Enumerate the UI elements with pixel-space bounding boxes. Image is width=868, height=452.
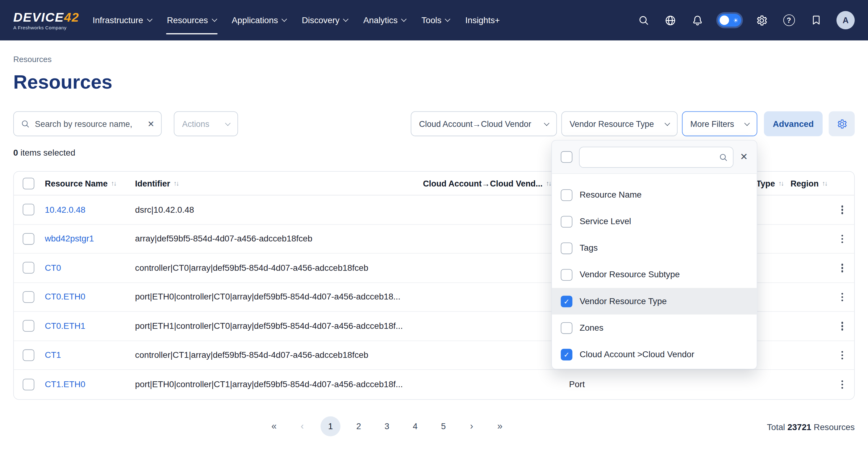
row-menu-kebab-icon[interactable]: [829, 202, 855, 217]
resource-name-link[interactable]: CT0.ETH1: [45, 321, 85, 330]
filter-option-checkbox[interactable]: ✓: [561, 296, 572, 307]
more-filters-panel-header: ✓ ✕: [552, 141, 757, 174]
column-label: Cloud Account→Cloud Vend...: [423, 178, 542, 188]
nav-item-insights[interactable]: Insights+: [458, 0, 507, 40]
row-menu-kebab-icon[interactable]: [829, 347, 855, 362]
row-menu-kebab-icon[interactable]: [829, 377, 855, 392]
resource-name-link[interactable]: CT0.ETH0: [45, 292, 85, 301]
pagination-page-2[interactable]: 2: [349, 416, 369, 436]
vendor-resource-type-filter-dropdown[interactable]: Vendor Resource Type: [561, 111, 678, 136]
nav-item-resources[interactable]: Resources: [159, 0, 224, 40]
filter-option-zones[interactable]: ✓ Zones: [552, 314, 757, 341]
filter-option-vendor-resource-type[interactable]: ✓ Vendor Resource Type: [552, 288, 757, 314]
logo-text: DEVICE42: [13, 10, 79, 24]
advanced-button[interactable]: Advanced: [764, 111, 823, 136]
table-settings-button[interactable]: [829, 111, 855, 136]
column-header-region[interactable]: Region↑↓: [786, 178, 829, 188]
row-menu-kebab-icon[interactable]: [829, 260, 855, 275]
row-checkbox[interactable]: ✓: [23, 349, 35, 361]
nav-item-discovery[interactable]: Discovery: [294, 0, 355, 40]
row-menu-kebab-icon[interactable]: [829, 231, 855, 246]
row-checkbox[interactable]: ✓: [23, 291, 35, 303]
chevron-down-icon: [544, 120, 550, 126]
panel-close-icon[interactable]: ✕: [740, 151, 748, 163]
filter-option-checkbox[interactable]: ✓: [561, 216, 572, 228]
identifier-cell: controller|CT1|array|def59bf5-854d-4d07-…: [135, 350, 423, 360]
filter-option-checkbox[interactable]: ✓: [561, 242, 572, 254]
row-checkbox[interactable]: ✓: [23, 320, 35, 332]
resource-name-link[interactable]: CT0: [45, 263, 61, 272]
pagination-page-5[interactable]: 5: [433, 416, 454, 436]
search-icon[interactable]: [637, 13, 650, 27]
table-footer: « ‹ 12345 › » Total 23721 Resources: [13, 416, 855, 439]
pagination-prev-button[interactable]: ‹: [292, 416, 312, 436]
sort-icon: ↑↓: [174, 179, 178, 187]
sort-icon: ↑↓: [778, 179, 783, 187]
search-input[interactable]: [35, 119, 143, 128]
clear-search-icon[interactable]: ✕: [148, 119, 155, 129]
filter-option-checkbox[interactable]: ✓: [561, 269, 572, 281]
pagination-next-button[interactable]: ›: [462, 416, 482, 436]
filter-option-resource-name[interactable]: ✓ Resource Name: [552, 182, 757, 208]
column-header-cloud-account[interactable]: Cloud Account→Cloud Vend...↑↓: [423, 178, 569, 188]
globe-icon[interactable]: [664, 13, 677, 27]
chevron-down-icon: [212, 17, 217, 22]
settings-gear-icon[interactable]: [755, 13, 768, 27]
user-avatar[interactable]: A: [837, 11, 855, 29]
notifications-bell-icon[interactable]: [691, 13, 704, 27]
chevron-down-icon: [744, 120, 750, 126]
nav-item-label: Tools: [421, 15, 441, 25]
filter-option-service-level[interactable]: ✓ Service Level: [552, 208, 757, 235]
cloud-filter-label: Cloud Account→Cloud Vendor: [419, 119, 531, 128]
help-icon[interactable]: ?: [782, 13, 796, 27]
more-filters-dropdown[interactable]: More Filters: [682, 111, 757, 136]
filter-option-checkbox[interactable]: ✓: [561, 322, 572, 334]
nav-item-label: Discovery: [302, 15, 340, 25]
column-header-identifier[interactable]: Identifier↑↓: [135, 178, 423, 188]
filter-option-vendor-resource-subtype[interactable]: ✓ Vendor Resource Subtype: [552, 261, 757, 288]
pagination-first-button[interactable]: «: [264, 416, 284, 436]
filter-option-label: Vendor Resource Subtype: [580, 270, 680, 279]
theme-toggle[interactable]: ☀: [718, 14, 741, 27]
pagination-last-button[interactable]: »: [490, 416, 510, 436]
row-checkbox[interactable]: ✓: [23, 262, 35, 274]
resource-name-link[interactable]: wbd42pstgr1: [45, 234, 94, 243]
column-header-resource-name[interactable]: Resource Name↑↓: [45, 178, 135, 188]
nav-item-tools[interactable]: Tools: [414, 0, 458, 40]
logo-42: 42: [64, 9, 79, 24]
resource-name-link[interactable]: CT1.ETH0: [45, 380, 85, 389]
top-navbar: DEVICE42 A Freshworks Company Infrastruc…: [0, 0, 868, 40]
identifier-cell: port|ETH1|controller|CT0|array|def59bf5-…: [135, 321, 423, 331]
breadcrumb[interactable]: Resources: [13, 55, 52, 64]
bookmark-icon[interactable]: [809, 13, 823, 27]
cloud-account-filter-dropdown[interactable]: Cloud Account→Cloud Vendor: [411, 111, 557, 136]
panel-search-input[interactable]: [579, 146, 734, 167]
filter-option-cloud-account-cloud-vendor[interactable]: ✓ Cloud Account >Cloud Vendor: [552, 341, 757, 368]
more-filters-label: More Filters: [690, 119, 734, 128]
resource-name-link[interactable]: CT1: [45, 350, 61, 359]
actions-dropdown[interactable]: Actions: [174, 111, 238, 136]
total-resources: Total 23721 Resources: [767, 422, 855, 432]
row-checkbox[interactable]: ✓: [23, 204, 35, 215]
resource-name-link[interactable]: 10.42.0.48: [45, 205, 85, 214]
filter-option-checkbox[interactable]: ✓: [561, 349, 572, 360]
nav-item-infrastructure[interactable]: Infrastructure: [85, 0, 159, 40]
panel-select-all-checkbox[interactable]: ✓: [561, 151, 572, 163]
nav-item-analytics[interactable]: Analytics: [355, 0, 414, 40]
filter-option-tags[interactable]: ✓ Tags: [552, 235, 757, 261]
pagination-page-4[interactable]: 4: [405, 416, 425, 436]
select-all-checkbox[interactable]: ✓: [23, 178, 35, 189]
chevron-down-icon: [401, 17, 407, 22]
pagination-page-3[interactable]: 3: [377, 416, 397, 436]
row-checkbox[interactable]: ✓: [23, 233, 35, 245]
nav-item-applications[interactable]: Applications: [224, 0, 294, 40]
row-menu-kebab-icon[interactable]: [829, 289, 855, 304]
row-menu-kebab-icon[interactable]: [829, 318, 855, 333]
filter-option-checkbox[interactable]: ✓: [561, 189, 572, 201]
row-checkbox[interactable]: ✓: [23, 379, 35, 390]
panel-search-box: [579, 146, 734, 167]
chevron-down-icon: [281, 17, 287, 22]
gear-icon: [836, 118, 847, 129]
device42-logo[interactable]: DEVICE42 A Freshworks Company: [13, 10, 79, 30]
pagination-page-1[interactable]: 1: [320, 416, 340, 436]
